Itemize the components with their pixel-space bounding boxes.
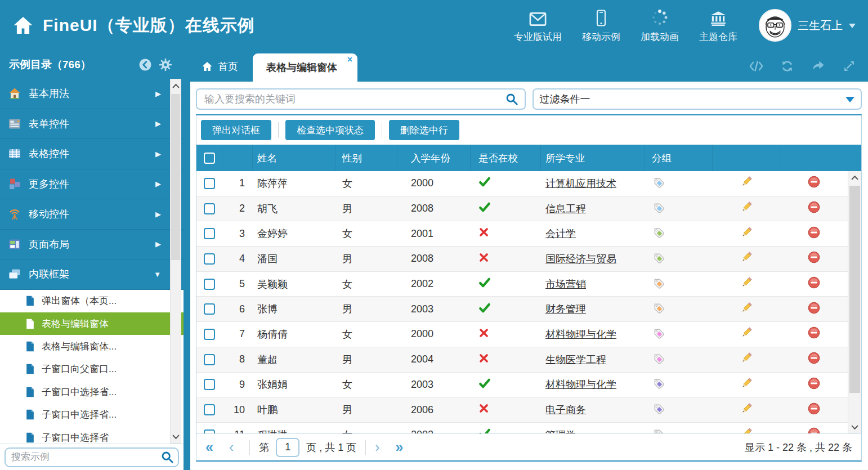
sidebar-scrollbar-thumb[interactable] bbox=[171, 94, 180, 260]
nav-item-trial[interactable]: 专业版试用 bbox=[514, 7, 562, 43]
edit-pencil-icon[interactable] bbox=[740, 402, 753, 418]
delete-row-icon[interactable] bbox=[807, 427, 821, 433]
row-checkbox[interactable] bbox=[204, 354, 215, 365]
major-link[interactable]: 信息工程 bbox=[545, 202, 586, 216]
edit-pencil-icon[interactable] bbox=[740, 326, 753, 342]
home-icon[interactable] bbox=[12, 15, 34, 36]
sidebar-item-3[interactable]: 表格与编辑窗体... bbox=[0, 335, 184, 357]
table-row[interactable]: 8董超男2004生物医学工程 bbox=[196, 347, 848, 373]
sidebar-item-1[interactable]: 弹出窗体（本页... bbox=[0, 290, 184, 312]
row-checkbox[interactable] bbox=[204, 228, 215, 239]
delete-row-icon[interactable] bbox=[807, 200, 821, 217]
prev-page-button[interactable]: ‹ bbox=[229, 440, 234, 454]
table-row[interactable]: 11程琳琳女2003管理学 bbox=[196, 423, 848, 433]
row-checkbox[interactable] bbox=[204, 178, 215, 189]
delete-row-icon[interactable] bbox=[807, 250, 821, 267]
grid-scrollbar-thumb[interactable] bbox=[849, 186, 860, 393]
sidebar-group-7[interactable]: 内联框架▼ bbox=[0, 259, 184, 290]
scroll-down-icon[interactable] bbox=[848, 422, 861, 432]
filter-dropdown[interactable]: 过滤条件一 bbox=[533, 88, 862, 110]
nav-item-mobile[interactable]: 移动示例 bbox=[582, 7, 620, 43]
table-row[interactable]: 4潘国男2008国际经济与贸易 bbox=[196, 247, 848, 272]
row-checkbox[interactable] bbox=[204, 203, 215, 214]
sidebar-group-6[interactable]: 页面布局▶ bbox=[0, 230, 184, 260]
row-checkbox[interactable] bbox=[204, 329, 215, 340]
major-link[interactable]: 管理学 bbox=[545, 428, 576, 433]
sidebar-group-3[interactable]: 表格控件▶ bbox=[0, 139, 184, 169]
scroll-up-icon[interactable] bbox=[848, 172, 861, 182]
user-menu[interactable]: 三生石上 bbox=[759, 9, 856, 42]
scroll-up-icon[interactable] bbox=[171, 80, 181, 91]
sidebar-group-1[interactable]: 基本用法▶ bbox=[0, 79, 184, 109]
fullscreen-icon[interactable] bbox=[842, 60, 857, 73]
delete-row-icon[interactable] bbox=[807, 326, 821, 342]
first-page-button[interactable]: « bbox=[205, 440, 213, 454]
sidebar-item-7[interactable]: 子窗口中选择省 bbox=[0, 426, 184, 444]
avatar[interactable] bbox=[759, 9, 791, 42]
select-all-checkbox[interactable] bbox=[204, 153, 215, 164]
table-row[interactable]: 7杨倩倩女2000材料物理与化学 bbox=[196, 322, 848, 347]
major-link[interactable]: 国际经济与贸易 bbox=[545, 252, 616, 266]
search-icon[interactable] bbox=[505, 92, 518, 106]
page-number-input[interactable] bbox=[276, 438, 299, 457]
edit-pencil-icon[interactable] bbox=[740, 427, 753, 433]
edit-pencil-icon[interactable] bbox=[740, 200, 753, 217]
gear-icon[interactable] bbox=[159, 58, 172, 71]
major-link[interactable]: 电子商务 bbox=[545, 403, 586, 417]
major-link[interactable]: 市场营销 bbox=[545, 277, 586, 291]
row-checkbox[interactable] bbox=[204, 253, 215, 265]
edit-pencil-icon[interactable] bbox=[740, 226, 753, 242]
check-selected-button[interactable]: 检查选中项状态 bbox=[285, 120, 375, 140]
scroll-down-icon[interactable] bbox=[171, 432, 181, 442]
delete-row-icon[interactable] bbox=[807, 351, 821, 368]
tab-home[interactable]: 首页 bbox=[190, 51, 253, 82]
row-checkbox[interactable] bbox=[204, 379, 215, 390]
share-icon[interactable] bbox=[811, 60, 826, 73]
table-row[interactable]: 1陈萍萍女2000计算机应用技术 bbox=[196, 171, 848, 196]
sidebar-group-4[interactable]: 更多控件▶ bbox=[0, 169, 184, 200]
table-row[interactable]: 5吴颖颖女2002市场营销 bbox=[196, 272, 848, 297]
sidebar-group-2[interactable]: 表单控件▶ bbox=[0, 109, 184, 140]
source-code-icon[interactable] bbox=[749, 60, 764, 73]
major-link[interactable]: 计算机应用技术 bbox=[545, 177, 616, 190]
refresh-icon[interactable] bbox=[780, 60, 795, 73]
sidebar-splitter[interactable] bbox=[184, 51, 190, 470]
row-checkbox[interactable] bbox=[204, 429, 215, 433]
collapse-sidebar-icon[interactable] bbox=[138, 58, 152, 71]
major-link[interactable]: 会计学 bbox=[545, 227, 576, 240]
edit-pencil-icon[interactable] bbox=[740, 175, 753, 191]
delete-row-icon[interactable] bbox=[807, 226, 821, 242]
table-row[interactable]: 9张娟娟女2003材料物理与化学 bbox=[196, 373, 848, 398]
edit-pencil-icon[interactable] bbox=[740, 276, 753, 292]
search-icon[interactable] bbox=[160, 450, 174, 464]
delete-row-icon[interactable] bbox=[807, 377, 821, 393]
sidebar-group-5[interactable]: 移动控件▶ bbox=[0, 199, 184, 230]
major-link[interactable]: 材料物理与化学 bbox=[545, 378, 616, 391]
major-link[interactable]: 材料物理与化学 bbox=[545, 328, 616, 341]
last-page-button[interactable]: » bbox=[396, 440, 404, 454]
major-link[interactable]: 财务管理 bbox=[545, 302, 586, 316]
row-checkbox[interactable] bbox=[204, 303, 215, 315]
edit-pencil-icon[interactable] bbox=[740, 301, 753, 317]
major-link[interactable]: 生物医学工程 bbox=[545, 353, 606, 366]
row-checkbox[interactable] bbox=[204, 279, 215, 290]
edit-pencil-icon[interactable] bbox=[740, 250, 753, 267]
grid-scrollbar[interactable] bbox=[848, 171, 861, 433]
nav-item-loading[interactable]: 加载动画 bbox=[641, 7, 679, 43]
table-row[interactable]: 2胡飞男2008信息工程 bbox=[196, 196, 848, 222]
delete-row-icon[interactable] bbox=[807, 301, 821, 317]
sidebar-search-input[interactable] bbox=[6, 451, 160, 463]
tab-active[interactable]: 表格与编辑窗体 × bbox=[253, 53, 357, 82]
row-checkbox[interactable] bbox=[204, 404, 215, 415]
edit-pencil-icon[interactable] bbox=[740, 377, 753, 393]
delete-row-icon[interactable] bbox=[807, 175, 821, 191]
close-icon[interactable]: × bbox=[347, 55, 352, 64]
sidebar-scrollbar[interactable] bbox=[170, 79, 181, 444]
open-dialog-button[interactable]: 弹出对话框 bbox=[201, 120, 271, 140]
keyword-search-input[interactable] bbox=[203, 93, 505, 106]
nav-item-theme[interactable]: 主题仓库 bbox=[699, 7, 737, 43]
table-row[interactable]: 3金婷婷女2001会计学 bbox=[196, 221, 848, 247]
table-row[interactable]: 10叶鹏男2006电子商务 bbox=[196, 397, 848, 423]
delete-row-icon[interactable] bbox=[807, 402, 821, 418]
edit-pencil-icon[interactable] bbox=[740, 351, 753, 368]
